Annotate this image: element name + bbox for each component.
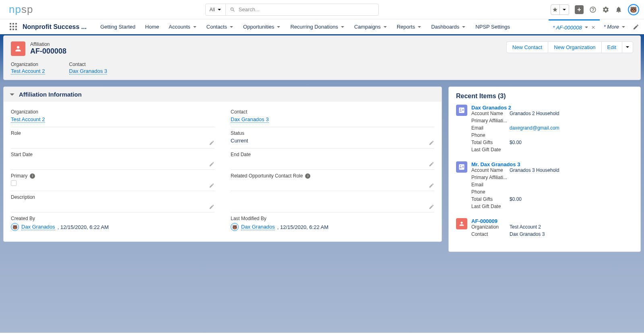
chevron-down-icon bbox=[621, 25, 625, 29]
edit-icon[interactable] bbox=[209, 204, 215, 210]
nav-item[interactable]: Home bbox=[141, 19, 163, 34]
recent-title: Recent Items (3) bbox=[456, 93, 633, 100]
edit-icon[interactable] bbox=[429, 183, 434, 188]
header-org-label: Organization bbox=[11, 62, 45, 67]
chevron-down-icon bbox=[193, 25, 197, 29]
help-icon[interactable] bbox=[589, 6, 597, 13]
record-name: AF-000008 bbox=[30, 47, 66, 56]
search-placeholder: Search... bbox=[239, 6, 260, 12]
nav-item[interactable]: Opportunities bbox=[239, 19, 285, 34]
edit-icon[interactable] bbox=[209, 140, 215, 146]
affiliation-icon bbox=[11, 41, 25, 56]
star-icon bbox=[552, 7, 558, 12]
new-contact-button[interactable]: New Contact bbox=[506, 41, 548, 53]
user-link[interactable]: Dax Granados bbox=[21, 224, 55, 230]
nav-item[interactable]: Recurring Donations bbox=[286, 19, 349, 34]
recent-item-link[interactable]: AF-000009 bbox=[471, 218, 497, 224]
field-link[interactable]: Test Account 2 bbox=[11, 116, 45, 123]
user-avatar-icon: 🐻 bbox=[11, 223, 19, 231]
field: OrganizationTest Account 2 bbox=[11, 106, 215, 127]
nav-item[interactable]: Contacts bbox=[202, 19, 237, 34]
chevron-down-icon bbox=[341, 25, 345, 29]
header-contact-link[interactable]: Dax Granados 3 bbox=[69, 68, 107, 74]
app-name: Nonprofit Success ... bbox=[23, 23, 87, 31]
gear-icon[interactable] bbox=[602, 6, 609, 13]
recent-item: Mr. Dax Granados 3Account NameGranados 3… bbox=[456, 161, 633, 211]
recent-item-link[interactable]: Dax Granados 2 bbox=[471, 105, 511, 111]
contact-icon bbox=[456, 161, 467, 173]
chevron-down-icon bbox=[462, 25, 466, 29]
chevron-down-icon bbox=[229, 25, 233, 29]
edit-icon[interactable] bbox=[209, 183, 215, 188]
more-actions-button[interactable] bbox=[622, 41, 633, 53]
edit-icon[interactable] bbox=[429, 204, 434, 210]
user-link[interactable]: Dax Granados bbox=[241, 224, 275, 230]
edit-icon[interactable] bbox=[429, 140, 434, 146]
recent-item: Dax Granados 2Account NameGranados 2 Hou… bbox=[456, 105, 633, 154]
section-toggle[interactable]: Affiliation Information bbox=[4, 87, 442, 102]
edit-icon[interactable] bbox=[209, 161, 215, 167]
record-header: Affiliation AF-000008 New ContactNew Org… bbox=[3, 35, 641, 80]
chevron-down-icon bbox=[417, 25, 421, 29]
affiliation-icon bbox=[456, 218, 467, 229]
topbar: npsp All Search... + 🐻 bbox=[0, 0, 644, 19]
contact-icon bbox=[456, 105, 467, 116]
chevron-down-icon bbox=[584, 25, 588, 29]
nav-item[interactable]: Dashboards bbox=[427, 19, 470, 34]
nav-item[interactable]: Getting Started bbox=[96, 19, 139, 34]
nav-item[interactable]: Campaigns bbox=[350, 19, 391, 34]
field: Created By🐻Dax Granados, 12/15/2020, 6:2… bbox=[11, 212, 215, 234]
edit-icon[interactable] bbox=[429, 161, 434, 167]
close-icon[interactable] bbox=[591, 25, 596, 30]
info-icon: i bbox=[30, 173, 35, 179]
record-type: Affiliation bbox=[30, 41, 66, 47]
field: End Date bbox=[231, 148, 434, 170]
field: Role bbox=[11, 127, 215, 148]
edit-nav-icon[interactable] bbox=[633, 24, 639, 30]
field: Last Modified By🐻Dax Granados, 12/15/202… bbox=[231, 212, 434, 234]
app-nav: Nonprofit Success ... Getting StartedHom… bbox=[0, 19, 644, 35]
header-contact-label: Contact bbox=[69, 62, 107, 67]
global-search-input[interactable]: Search... bbox=[226, 4, 379, 16]
field: ContactDax Granados 3 bbox=[231, 106, 434, 127]
recent-item: AF-000009OrganizationTest Account 2Conta… bbox=[456, 218, 633, 239]
chevron-down-icon bbox=[562, 8, 566, 12]
info-icon: i bbox=[305, 173, 310, 179]
nav-item[interactable]: NPSP Settings bbox=[471, 19, 514, 34]
field: Primary i bbox=[11, 170, 215, 191]
chevron-down-icon bbox=[625, 45, 630, 49]
search-icon bbox=[230, 7, 235, 12]
details-card: Affiliation Information OrganizationTest… bbox=[3, 87, 442, 242]
field-link[interactable]: Dax Granados 3 bbox=[231, 116, 269, 123]
recent-item-link[interactable]: Mr. Dax Granados 3 bbox=[471, 161, 520, 167]
user-avatar-icon: 🐻 bbox=[231, 223, 239, 231]
nav-item[interactable]: Reports bbox=[393, 19, 426, 34]
search-filter-dropdown[interactable]: All bbox=[205, 4, 226, 16]
favorites-button[interactable] bbox=[551, 4, 569, 15]
header-org-link[interactable]: Test Account 2 bbox=[11, 68, 45, 74]
checkbox[interactable] bbox=[11, 180, 17, 186]
user-avatar[interactable]: 🐻 bbox=[628, 4, 639, 15]
chevron-down-icon bbox=[217, 8, 221, 12]
global-add-button[interactable]: + bbox=[575, 5, 584, 14]
tab-active[interactable]: * AF-000008 bbox=[549, 19, 600, 34]
logo: npsp bbox=[9, 3, 33, 16]
chevron-down-icon bbox=[277, 25, 281, 29]
field: Start Date bbox=[11, 148, 215, 170]
chevron-down-icon bbox=[9, 92, 15, 97]
chevron-down-icon bbox=[383, 25, 387, 29]
new-organization-button[interactable]: New Organization bbox=[548, 41, 601, 53]
bell-icon[interactable] bbox=[615, 6, 622, 13]
recent-items-card: Recent Items (3) Dax Granados 2Account N… bbox=[448, 87, 641, 252]
field: Description bbox=[11, 191, 215, 212]
field: Related Opportunity Contact Role i bbox=[231, 170, 434, 191]
field: StatusCurrent bbox=[231, 127, 434, 148]
nav-item[interactable]: Accounts bbox=[165, 19, 200, 34]
tab-more[interactable]: * More bbox=[600, 19, 630, 34]
app-launcher-icon[interactable] bbox=[10, 23, 18, 31]
edit-button[interactable]: Edit bbox=[602, 41, 622, 53]
